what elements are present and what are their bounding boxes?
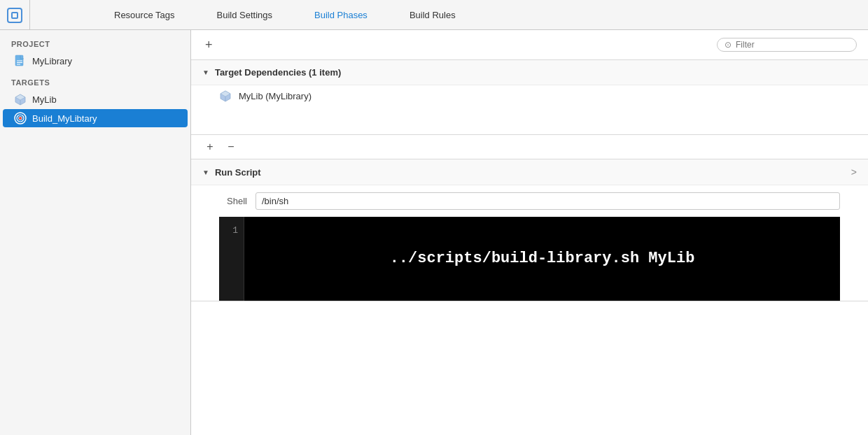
tab-build-phases[interactable]: Build Phases: [314, 10, 368, 20]
sidebar-item-mylib-label: MyLib: [32, 94, 57, 105]
collapse-triangle-icon: ▼: [202, 69, 209, 76]
dependency-label: MyLib (MyLibrary): [239, 91, 312, 101]
run-script-header[interactable]: ▼ Run Script >: [191, 159, 868, 185]
line-numbers: 1: [219, 217, 244, 301]
shell-row: Shell: [191, 185, 868, 217]
dependency-item[interactable]: MyLib (MyLibrary): [191, 85, 868, 106]
remove-dependency-button[interactable]: −: [223, 139, 239, 155]
content-toolbar: + ⊙: [191, 30, 868, 60]
sidebar-item-mylib[interactable]: MyLib: [3, 90, 188, 108]
targets-section-header: TARGETS: [0, 74, 190, 90]
sidebar-item-build-mylibtary[interactable]: Build_MyLibtary: [3, 109, 188, 127]
target-dependencies-header[interactable]: ▼ Target Dependencies (1 item): [191, 60, 868, 85]
target-dependencies-section: ▼ Target Dependencies (1 item) MyLib (My…: [191, 60, 868, 159]
target-dependencies-title: Target Dependencies (1 item): [215, 67, 341, 78]
project-section-header: PROJECT: [0, 36, 190, 51]
filter-circle-icon: ⊙: [724, 40, 732, 50]
cube-icon: [14, 93, 27, 106]
line-number-1: 1: [225, 225, 238, 236]
run-script-expand-icon[interactable]: >: [851, 166, 857, 178]
add-remove-row: + −: [191, 134, 868, 159]
sidebar: PROJECT MyLibrary TARGETS MyLib: [0, 30, 191, 435]
xcode-icon: [7, 8, 22, 23]
tab-resource-tags[interactable]: Resource Tags: [114, 10, 174, 20]
sidebar-item-build-mylibtary-label: Build_MyLibtary: [32, 113, 97, 124]
add-phase-button[interactable]: +: [202, 37, 216, 52]
xcode-logo[interactable]: [0, 0, 30, 30]
content-area: + ⊙ ▼ Target Dependencies (1 item): [191, 30, 868, 435]
filter-box: ⊙: [717, 38, 857, 52]
run-script-section: ▼ Run Script > Shell 1 ../scripts/build-…: [191, 159, 868, 301]
target-icon: [14, 112, 27, 124]
sidebar-item-mylibrary[interactable]: MyLibrary: [3, 52, 188, 70]
run-script-title: Run Script: [215, 167, 261, 178]
filter-input[interactable]: [736, 40, 849, 50]
file-icon: [14, 55, 27, 67]
shell-input[interactable]: [255, 192, 840, 210]
script-editor: 1 ../scripts/build-library.sh MyLib: [219, 217, 840, 301]
tab-build-rules[interactable]: Build Rules: [410, 10, 456, 20]
sidebar-item-mylibrary-label: MyLibrary: [32, 56, 72, 66]
add-dependency-button[interactable]: +: [202, 139, 218, 155]
dep-cube-icon: [219, 90, 232, 102]
run-script-triangle-icon: ▼: [202, 169, 209, 176]
shell-label: Shell: [219, 196, 247, 206]
tab-build-settings[interactable]: Build Settings: [216, 10, 272, 20]
script-content[interactable]: ../scripts/build-library.sh MyLib: [244, 217, 840, 301]
